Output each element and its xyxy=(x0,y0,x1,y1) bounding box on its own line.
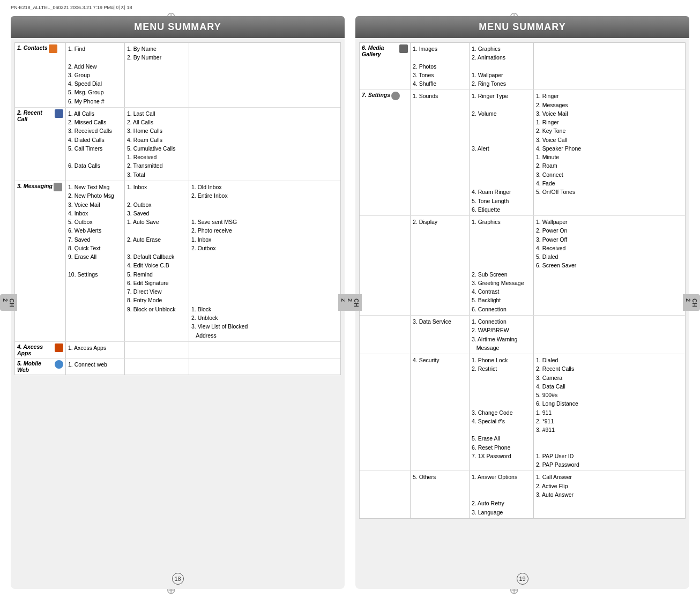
settings-header-row: 7. Settings 1. Sounds 1. Ringer Type 2. … xyxy=(360,90,685,215)
settings-dataservice-row: 3. Data Service 1. Connection 2. WAP/BRE… xyxy=(360,315,685,354)
gallery-icon xyxy=(399,44,408,53)
menu-row-axcess: 4. Axcess Apps 1. Axcess Apps xyxy=(15,342,340,358)
left-panel-content: 1. Contacts 1. Find 2. Add New 3. Group … xyxy=(14,42,341,375)
settings-display-label: 2. Display xyxy=(411,216,470,315)
settings-display-row: 2. Display 1. Graphics 2. Sub Screen 3. … xyxy=(360,215,685,315)
settings-others-l2: 1. Answer Options 2. Auto Retry 3. Langu… xyxy=(470,471,534,518)
cat-mobile: 5. Mobile Web xyxy=(15,358,66,375)
settings-display-l2: 1. Graphics 2. Sub Screen 3. Greeting Me… xyxy=(470,216,534,315)
page-header: PN-E218_ALLTEL_060321 2006.3.21 7:19 PM페… xyxy=(11,4,132,11)
right-side-tab-right: CH2 xyxy=(683,294,700,311)
settings-security-l3: 1. Dialed 2. Recent Calls 3. Camera 4. D… xyxy=(534,354,685,470)
gallery-l2: 1. Graphics 2. Animations 1. Wallpaper 2… xyxy=(470,43,534,89)
left-panel-title: MENU SUMMARY xyxy=(11,16,345,38)
contacts-l1: 1. Find 2. Add New 3. Group 4. Speed Dia… xyxy=(66,43,125,107)
right-side-tab-left: CH2 xyxy=(345,294,362,311)
settings-sounds-l3: 1. Ringer 2. Messages 3. Voice Mail 1. R… xyxy=(534,90,685,215)
menu-row-mobile: 5. Mobile Web 1. Connect web xyxy=(15,358,340,375)
panels-container: CH2 CH2 MENU SUMMARY 1. Contacts 1. Find… xyxy=(11,16,689,589)
axcess-l1: 1. Axcess Apps xyxy=(66,342,125,358)
contacts-l3 xyxy=(189,43,340,107)
menu-row-settings: 7. Settings 1. Sounds 1. Ringer Type 2. … xyxy=(360,90,685,518)
left-panel: CH2 CH2 MENU SUMMARY 1. Contacts 1. Find… xyxy=(11,16,345,589)
cat-contacts: 1. Contacts xyxy=(15,43,66,107)
right-panel: CH2 CH2 MENU SUMMARY 6. Media Gallery 1.… xyxy=(355,16,689,589)
axcess-l2 xyxy=(125,342,189,358)
settings-security-label: 4. Security xyxy=(411,354,470,470)
menu-row-gallery: 6. Media Gallery 1. Images 2. Photos 3. … xyxy=(360,43,685,90)
cat-settings: 7. Settings xyxy=(360,90,411,215)
cat-messaging: 3. Messaging xyxy=(15,181,66,341)
menu-row-contacts: 1. Contacts 1. Find 2. Add New 3. Group … xyxy=(15,43,340,108)
menu-row-messaging: 3. Messaging 1. New Text Msg 2. New Phot… xyxy=(15,181,340,342)
messaging-l1: 1. New Text Msg 2. New Photo Msg 3. Voic… xyxy=(66,181,125,341)
settings-sounds-label: 1. Sounds xyxy=(411,90,470,215)
right-panel-title: MENU SUMMARY xyxy=(355,16,689,38)
cat-recent: 2. Recent Call xyxy=(15,108,66,181)
settings-others-l3: 1. Call Answer 2. Active Flip 3. Auto An… xyxy=(534,471,685,518)
right-page-num: 19 xyxy=(517,573,528,585)
settings-security-l2: 1. Phone Lock 2. Restrict 3. Change Code… xyxy=(470,354,534,470)
settings-dataservice-l2: 1. Connection 2. WAP/BREW 3. Airtime War… xyxy=(470,316,534,354)
axcess-icon xyxy=(55,343,63,352)
gallery-l3 xyxy=(534,43,685,89)
cat-gallery: 6. Media Gallery xyxy=(360,43,411,89)
settings-display-l3: 1. Wallpaper 2. Power On 3. Power Off 4.… xyxy=(534,216,685,315)
left-page-num: 18 xyxy=(172,573,184,585)
messaging-icon xyxy=(54,183,62,191)
mobile-l3 xyxy=(189,358,340,375)
settings-dataservice-label: 3. Data Service xyxy=(411,316,470,354)
contacts-l2: 1. By Name 2. By Number xyxy=(125,43,189,107)
recent-icon xyxy=(55,109,63,118)
right-panel-content: 6. Media Gallery 1. Images 2. Photos 3. … xyxy=(359,42,686,519)
left-side-tab-left: CH2 xyxy=(0,294,17,311)
axcess-l3 xyxy=(189,342,340,358)
mobile-icon xyxy=(55,360,63,369)
cat-axcess: 4. Axcess Apps xyxy=(15,342,66,358)
recent-l1: 1. All Calls 2. Missed Calls 3. Received… xyxy=(66,108,125,181)
messaging-l2: 1. Inbox 2. Outbox 3. Saved 1. Auto Save… xyxy=(125,181,189,341)
contacts-icon xyxy=(49,44,57,53)
settings-dataservice-l3 xyxy=(534,316,685,354)
recent-l3 xyxy=(189,108,340,181)
settings-security-row: 4. Security 1. Phone Lock 2. Restrict 3.… xyxy=(360,354,685,470)
settings-icon xyxy=(391,92,400,100)
mobile-l1: 1. Connect web xyxy=(66,358,125,375)
settings-others-row: 5. Others 1. Answer Options 2. Auto Retr… xyxy=(360,470,685,518)
menu-row-recent: 2. Recent Call 1. All Calls 2. Missed Ca… xyxy=(15,108,340,181)
settings-sounds-l2: 1. Ringer Type 2. Volume 3. Alert 4. Roa… xyxy=(470,90,534,215)
gallery-l1: 1. Images 2. Photos 3. Tones 4. Shuffle xyxy=(411,43,470,89)
settings-others-label: 5. Others xyxy=(411,471,470,518)
recent-l2: 1. Last Call 2. All Calls 3. Home Calls … xyxy=(125,108,189,181)
messaging-l3: 1. Old Inbox 2. Entire Inbox 1. Save sen… xyxy=(189,181,340,341)
mobile-l2 xyxy=(125,358,189,375)
